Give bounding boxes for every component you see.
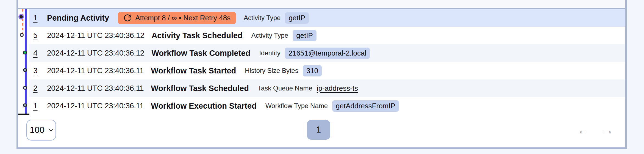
event-rows: 1 Pending Activity Attempt 8 / ∞ • Next …	[29, 9, 625, 115]
page-size-select[interactable]: 100	[26, 120, 56, 141]
event-marker-icon	[23, 86, 27, 90]
event-id-link[interactable]: 2	[33, 84, 47, 93]
page-size-value: 100	[30, 125, 44, 135]
attribute-value-badge: 21651@temporal-2.local	[285, 48, 370, 59]
event-timestamp: 2024-12-11 UTC 23:40:36.11	[47, 84, 144, 93]
attribute-value-badge: 310	[303, 65, 322, 76]
event-name: Workflow Task Scheduled	[151, 84, 249, 93]
attribute-label: Activity Type	[251, 32, 288, 39]
table-header-strip	[18, 0, 625, 9]
event-id-link[interactable]: 1	[33, 13, 47, 22]
retry-attempt-badge: Attempt 8 / ∞ • Next Retry 48s	[118, 12, 236, 24]
event-id-link[interactable]: 3	[33, 66, 47, 75]
event-marker-icon	[23, 103, 27, 107]
retry-icon	[123, 14, 132, 22]
event-name: Workflow Task Completed	[151, 49, 250, 58]
pagination-arrows: ← →	[578, 115, 613, 145]
event-row-workflow-execution-started[interactable]: 1 2024-12-11 UTC 23:40:36.11 Workflow Ex…	[29, 97, 625, 115]
pending-activity-marker-icon	[20, 15, 23, 18]
event-marker-icon	[23, 68, 27, 72]
event-row-workflow-task-started[interactable]: 3 2024-12-11 UTC 23:40:36.11 Workflow Ta…	[29, 62, 625, 79]
timeline-line	[25, 9, 27, 114]
retry-attempt-text: Attempt 8 / ∞ • Next Retry 48s	[135, 14, 231, 22]
next-page-arrow[interactable]: →	[602, 124, 613, 136]
event-row-pending-activity[interactable]: 1 Pending Activity Attempt 8 / ∞ • Next …	[29, 9, 625, 27]
prev-page-arrow[interactable]: ←	[578, 124, 589, 136]
event-row-workflow-task-completed[interactable]: 4 2024-12-11 UTC 23:40:36.12 Workflow Ta…	[29, 44, 625, 62]
event-name: Workflow Task Started	[151, 66, 236, 75]
event-id-link[interactable]: 5	[33, 31, 47, 40]
attribute-label: Workflow Type Name	[265, 102, 328, 110]
event-marker-icon	[20, 33, 24, 37]
event-history-table: 1 Pending Activity Attempt 8 / ∞ • Next …	[18, 9, 625, 115]
event-timestamp: 2024-12-11 UTC 23:40:36.12	[47, 31, 144, 40]
attribute-label: Identity	[259, 49, 280, 57]
page-1-button[interactable]: 1	[307, 120, 330, 140]
event-timestamp: 2024-12-11 UTC 23:40:36.11	[47, 66, 144, 75]
event-name: Pending Activity	[47, 13, 109, 23]
event-timestamp: 2024-12-11 UTC 23:40:36.12	[47, 49, 144, 57]
attribute-label: Task Queue Name	[258, 84, 312, 92]
attribute-value-badge: getIP	[293, 30, 317, 41]
event-row-workflow-task-scheduled[interactable]: 2 2024-12-11 UTC 23:40:36.11 Workflow Ta…	[29, 79, 625, 97]
attribute-label: Activity Type	[244, 14, 281, 22]
event-row-activity-task-scheduled[interactable]: 5 2024-12-11 UTC 23:40:36.12 Activity Ta…	[29, 27, 625, 44]
attribute-value-badge: getIP	[285, 12, 309, 24]
event-name: Activity Task Scheduled	[151, 31, 242, 40]
event-history-panel: 1 Pending Activity Attempt 8 / ∞ • Next …	[16, 0, 627, 149]
attribute-label: History Size Bytes	[245, 67, 298, 75]
event-name: Workflow Execution Started	[151, 101, 257, 111]
retry-connector-line	[22, 9, 23, 37]
pagination-bar: 100 1 ← →	[18, 115, 625, 145]
attribute-value-badge: getAddressFromIP	[332, 100, 399, 112]
event-id-link[interactable]: 4	[33, 49, 47, 57]
task-queue-link[interactable]: ip-address-ts	[317, 84, 358, 93]
event-id-link[interactable]: 1	[33, 101, 47, 110]
event-timestamp: 2024-12-11 UTC 23:40:36.11	[47, 101, 144, 110]
event-marker-completed-icon	[23, 51, 27, 54]
chevron-down-icon	[48, 126, 53, 131]
